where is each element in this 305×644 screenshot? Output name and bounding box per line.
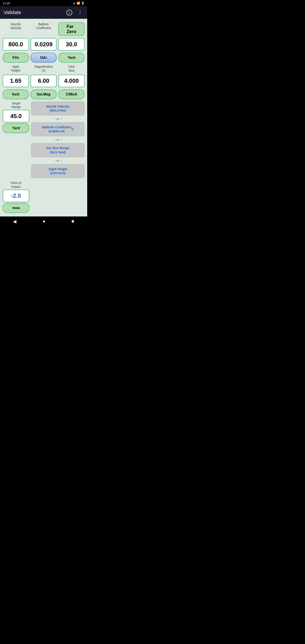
or-divider-2: -- or --	[31, 138, 84, 141]
status-bar: 11:29 ▲ 📶 🔋	[0, 0, 87, 6]
back-button[interactable]: ◀	[8, 217, 21, 226]
far-zero-col: FarZero	[58, 22, 84, 36]
ballistic-coeff-col: BallisticCoefficient	[31, 22, 57, 30]
toolbar-actions: i ⋮	[66, 9, 84, 16]
svg-text:i: i	[69, 11, 70, 14]
sight-unit-col: Inch	[3, 90, 29, 99]
bottom-navigation: ◀ ● ■	[0, 216, 87, 226]
status-icons: ▲ 📶 🔋	[73, 2, 84, 5]
click-size-col: ClickSize	[58, 65, 84, 72]
suggest-far-zero-button[interactable]: Far Zero Range(34.5 Yard)	[31, 143, 84, 157]
sight-unit-button[interactable]: Inch	[3, 90, 29, 99]
main-content: MuzzleVelocity BallisticCoefficient FarZ…	[0, 19, 87, 216]
click-size-label: ClickSize	[68, 65, 75, 72]
poi-input[interactable]: -2.5	[3, 190, 29, 202]
toolbar: Validate i ⋮	[0, 6, 87, 19]
muzzle-velocity-label: MuzzleVelocity	[10, 22, 21, 30]
magnification-input[interactable]: 6.00	[31, 75, 57, 87]
suggest-sight-height-button[interactable]: Sight Height(2.63 Inch)	[31, 164, 84, 178]
ballistic-coeff-label: BallisticCoefficient	[36, 22, 51, 30]
suggest-muzzle-velocity-button[interactable]: Muzzle Velocity(902.5 Ft/s)	[31, 102, 84, 116]
click-size-input[interactable]: 4.000	[58, 75, 84, 87]
sight-height-label: SightHeight	[11, 65, 20, 72]
muzzle-velocity-col: MuzzleVelocity	[3, 22, 29, 30]
ballistic-coeff-input-col: 0.0209	[31, 38, 57, 50]
row6-units: Inch Set.Mag C/MoA	[3, 90, 84, 99]
battery-icon: 🔋	[81, 2, 84, 5]
info-button[interactable]: i	[66, 9, 73, 16]
row4-labels: SightHeight Magnification(x) ClickSize	[3, 65, 84, 72]
home-button[interactable]: ●	[38, 217, 50, 225]
sight-height-col: SightHeight	[3, 65, 29, 72]
target-range-unit-button[interactable]: Yard	[3, 123, 29, 133]
target-range-input[interactable]: 45.0	[3, 110, 29, 122]
row5-values: 1.65 6.00 4.000	[3, 75, 84, 87]
bc-unit-col: GA2	[31, 53, 57, 62]
far-zero-button[interactable]: FarZero	[58, 22, 84, 36]
sight-height-input[interactable]: 1.65	[3, 75, 29, 87]
far-zero-input-col: 30.0	[58, 38, 84, 50]
time: 11:29	[3, 2, 10, 5]
fz-unit-col: Yard	[58, 53, 84, 62]
or-divider-3: -- or --	[31, 159, 84, 162]
click-unit-col: C/MoA	[58, 90, 84, 99]
row3-units: Ft/s GA2 Yard	[3, 53, 84, 62]
row2-values: 800.0 0.0209 30.0	[3, 38, 84, 50]
row8-poi: Point ofImpact -2.5 moa	[3, 181, 84, 213]
sight-height-input-col: 1.65	[3, 75, 29, 87]
page-title: Validate	[4, 10, 21, 16]
click-size-input-col: 4.000	[58, 75, 84, 87]
far-zero-input[interactable]: 30.0	[58, 38, 84, 50]
ballistic-coeff-input[interactable]: 0.0209	[31, 38, 57, 50]
magnification-label: Magnification(x)	[34, 65, 53, 72]
suggest-ballistic-coeff-button[interactable]: Ballistic Coefficient(0.0694 GA2)	[31, 122, 84, 136]
poi-label: Point ofImpact	[11, 181, 21, 189]
suggestions-col: Muzzle Velocity(902.5 Ft/s) -- or -- Bal…	[31, 102, 84, 178]
muzzle-unit-col: Ft/s	[3, 53, 29, 62]
poi-col: Point ofImpact -2.5 moa	[3, 181, 29, 213]
bc-unit-button[interactable]: GA2	[31, 53, 57, 62]
muzzle-unit-button[interactable]: Ft/s	[3, 53, 29, 62]
signal-icon: 📶	[77, 2, 80, 5]
click-unit-button[interactable]: C/MoA	[58, 90, 84, 99]
poi-unit-button[interactable]: moa	[3, 203, 29, 213]
target-range-label: TargetRange	[12, 102, 20, 109]
row1-labels: MuzzleVelocity BallisticCoefficient FarZ…	[3, 22, 84, 36]
muzzle-velocity-input-col: 800.0	[3, 38, 29, 50]
row7-target: TargetRange 45.0 Yard Muzzle Velocity(90…	[3, 102, 84, 178]
or-divider-1: -- or --	[31, 117, 84, 120]
far-zero-unit-button[interactable]: Yard	[58, 53, 84, 62]
magnification-input-col: 6.00	[31, 75, 57, 87]
target-range-col: TargetRange 45.0 Yard	[3, 102, 29, 133]
mag-unit-button[interactable]: Set.Mag	[31, 90, 57, 99]
recents-button[interactable]: ■	[67, 217, 78, 225]
magnification-col: Magnification(x)	[31, 65, 57, 72]
more-options-button[interactable]: ⋮	[76, 9, 84, 16]
wifi-icon: ▲	[73, 2, 76, 5]
mag-unit-col: Set.Mag	[31, 90, 57, 99]
muzzle-velocity-input[interactable]: 800.0	[3, 38, 29, 50]
